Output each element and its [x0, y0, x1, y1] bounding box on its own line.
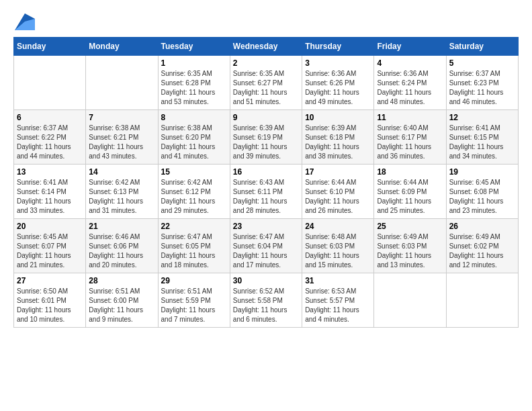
- calendar-cell: 28Sunrise: 6:51 AMSunset: 6:00 PMDayligh…: [86, 273, 158, 328]
- calendar-cell: 26Sunrise: 6:49 AMSunset: 6:02 PMDayligh…: [446, 219, 518, 273]
- day-info: Sunrise: 6:47 AMSunset: 6:05 PMDaylight:…: [161, 232, 227, 270]
- day-number: 21: [89, 222, 154, 231]
- day-info: Sunrise: 6:48 AMSunset: 6:03 PMDaylight:…: [305, 232, 371, 270]
- day-number: 7: [89, 113, 154, 122]
- day-info: Sunrise: 6:36 AMSunset: 6:24 PMDaylight:…: [377, 69, 443, 107]
- calendar-cell: 9Sunrise: 6:39 AMSunset: 6:19 PMDaylight…: [230, 110, 302, 165]
- calendar-cell: [86, 56, 158, 110]
- day-info: Sunrise: 6:49 AMSunset: 6:03 PMDaylight:…: [377, 232, 443, 270]
- calendar-cell: 29Sunrise: 6:51 AMSunset: 5:59 PMDayligh…: [158, 273, 230, 328]
- day-info: Sunrise: 6:46 AMSunset: 6:06 PMDaylight:…: [89, 232, 154, 270]
- day-number: 25: [377, 222, 443, 231]
- day-info: Sunrise: 6:44 AMSunset: 6:09 PMDaylight:…: [377, 178, 443, 216]
- day-number: 28: [89, 276, 154, 285]
- day-info: Sunrise: 6:51 AMSunset: 6:00 PMDaylight:…: [89, 287, 154, 324]
- day-number: 4: [377, 58, 443, 68]
- calendar-cell: 30Sunrise: 6:52 AMSunset: 5:58 PMDayligh…: [230, 273, 302, 328]
- day-number: 3: [305, 58, 371, 68]
- day-number: 2: [233, 58, 299, 68]
- calendar-cell: [446, 273, 518, 328]
- calendar-cell: 13Sunrise: 6:41 AMSunset: 6:14 PMDayligh…: [14, 165, 86, 219]
- calendar-cell: [374, 273, 446, 328]
- calendar-cell: 19Sunrise: 6:45 AMSunset: 6:08 PMDayligh…: [446, 165, 518, 219]
- calendar-cell: 15Sunrise: 6:42 AMSunset: 6:12 PMDayligh…: [158, 165, 230, 219]
- calendar-cell: 31Sunrise: 6:53 AMSunset: 5:57 PMDayligh…: [302, 273, 374, 328]
- logo: [13, 13, 35, 30]
- day-info: Sunrise: 6:38 AMSunset: 6:20 PMDaylight:…: [161, 124, 227, 161]
- calendar-header-row: SundayMondayTuesdayWednesdayThursdayFrid…: [14, 38, 519, 56]
- logo-icon: [15, 13, 35, 30]
- day-header-saturday: Saturday: [446, 38, 518, 56]
- day-info: Sunrise: 6:38 AMSunset: 6:21 PMDaylight:…: [89, 124, 154, 161]
- day-number: 27: [17, 276, 83, 285]
- calendar-cell: 7Sunrise: 6:38 AMSunset: 6:21 PMDaylight…: [86, 110, 158, 165]
- day-info: Sunrise: 6:52 AMSunset: 5:58 PMDaylight:…: [233, 287, 299, 324]
- page-header: [13, 13, 519, 30]
- day-info: Sunrise: 6:45 AMSunset: 6:07 PMDaylight:…: [17, 232, 83, 270]
- day-info: Sunrise: 6:41 AMSunset: 6:15 PMDaylight:…: [449, 124, 515, 161]
- day-header-tuesday: Tuesday: [158, 38, 230, 56]
- calendar-week-4: 20Sunrise: 6:45 AMSunset: 6:07 PMDayligh…: [14, 219, 519, 273]
- day-header-sunday: Sunday: [14, 38, 86, 56]
- day-number: 16: [233, 167, 299, 177]
- calendar-cell: 17Sunrise: 6:44 AMSunset: 6:10 PMDayligh…: [302, 165, 374, 219]
- calendar-cell: 20Sunrise: 6:45 AMSunset: 6:07 PMDayligh…: [14, 219, 86, 273]
- day-number: 17: [305, 167, 371, 177]
- day-info: Sunrise: 6:41 AMSunset: 6:14 PMDaylight:…: [17, 178, 83, 216]
- calendar-cell: 1Sunrise: 6:35 AMSunset: 6:28 PMDaylight…: [158, 56, 230, 110]
- day-info: Sunrise: 6:50 AMSunset: 6:01 PMDaylight:…: [17, 287, 83, 324]
- day-number: 23: [233, 222, 299, 231]
- day-info: Sunrise: 6:45 AMSunset: 6:08 PMDaylight:…: [449, 178, 515, 216]
- day-number: 13: [17, 167, 83, 177]
- calendar-cell: 27Sunrise: 6:50 AMSunset: 6:01 PMDayligh…: [14, 273, 86, 328]
- day-info: Sunrise: 6:39 AMSunset: 6:18 PMDaylight:…: [305, 124, 371, 161]
- day-number: 31: [305, 276, 371, 285]
- day-number: 14: [89, 167, 154, 177]
- day-header-thursday: Thursday: [302, 38, 374, 56]
- day-number: 12: [449, 113, 515, 122]
- calendar-week-3: 13Sunrise: 6:41 AMSunset: 6:14 PMDayligh…: [14, 165, 519, 219]
- calendar-cell: 4Sunrise: 6:36 AMSunset: 6:24 PMDaylight…: [374, 56, 446, 110]
- calendar-cell: [14, 56, 86, 110]
- calendar-cell: 10Sunrise: 6:39 AMSunset: 6:18 PMDayligh…: [302, 110, 374, 165]
- day-info: Sunrise: 6:53 AMSunset: 5:57 PMDaylight:…: [305, 287, 371, 324]
- calendar-cell: 3Sunrise: 6:36 AMSunset: 6:26 PMDaylight…: [302, 56, 374, 110]
- calendar-cell: 5Sunrise: 6:37 AMSunset: 6:23 PMDaylight…: [446, 56, 518, 110]
- day-number: 22: [161, 222, 227, 231]
- day-header-monday: Monday: [86, 38, 158, 56]
- day-number: 18: [377, 167, 443, 177]
- calendar-cell: 12Sunrise: 6:41 AMSunset: 6:15 PMDayligh…: [446, 110, 518, 165]
- day-number: 6: [17, 113, 83, 122]
- day-info: Sunrise: 6:47 AMSunset: 6:04 PMDaylight:…: [233, 232, 299, 270]
- day-number: 20: [17, 222, 83, 231]
- calendar-cell: 6Sunrise: 6:37 AMSunset: 6:22 PMDaylight…: [14, 110, 86, 165]
- day-number: 26: [449, 222, 515, 231]
- calendar-week-5: 27Sunrise: 6:50 AMSunset: 6:01 PMDayligh…: [14, 273, 519, 328]
- day-info: Sunrise: 6:36 AMSunset: 6:26 PMDaylight:…: [305, 69, 371, 107]
- day-number: 11: [377, 113, 443, 122]
- calendar-cell: 11Sunrise: 6:40 AMSunset: 6:17 PMDayligh…: [374, 110, 446, 165]
- day-number: 19: [449, 167, 515, 177]
- calendar-week-1: 1Sunrise: 6:35 AMSunset: 6:28 PMDaylight…: [14, 56, 519, 110]
- day-info: Sunrise: 6:49 AMSunset: 6:02 PMDaylight:…: [449, 232, 515, 270]
- day-number: 5: [449, 58, 515, 68]
- day-info: Sunrise: 6:35 AMSunset: 6:28 PMDaylight:…: [161, 69, 227, 107]
- day-info: Sunrise: 6:37 AMSunset: 6:22 PMDaylight:…: [17, 124, 83, 161]
- day-number: 8: [161, 113, 227, 122]
- day-number: 1: [161, 58, 227, 68]
- day-info: Sunrise: 6:40 AMSunset: 6:17 PMDaylight:…: [377, 124, 443, 161]
- day-number: 24: [305, 222, 371, 231]
- day-number: 15: [161, 167, 227, 177]
- day-number: 10: [305, 113, 371, 122]
- calendar: SundayMondayTuesdayWednesdayThursdayFrid…: [13, 37, 519, 328]
- day-info: Sunrise: 6:35 AMSunset: 6:27 PMDaylight:…: [233, 69, 299, 107]
- day-number: 9: [233, 113, 299, 122]
- day-header-friday: Friday: [374, 38, 446, 56]
- day-header-wednesday: Wednesday: [230, 38, 302, 56]
- day-info: Sunrise: 6:44 AMSunset: 6:10 PMDaylight:…: [305, 178, 371, 216]
- calendar-week-2: 6Sunrise: 6:37 AMSunset: 6:22 PMDaylight…: [14, 110, 519, 165]
- calendar-cell: 18Sunrise: 6:44 AMSunset: 6:09 PMDayligh…: [374, 165, 446, 219]
- day-info: Sunrise: 6:42 AMSunset: 6:13 PMDaylight:…: [89, 178, 154, 216]
- calendar-cell: 25Sunrise: 6:49 AMSunset: 6:03 PMDayligh…: [374, 219, 446, 273]
- day-info: Sunrise: 6:42 AMSunset: 6:12 PMDaylight:…: [161, 178, 227, 216]
